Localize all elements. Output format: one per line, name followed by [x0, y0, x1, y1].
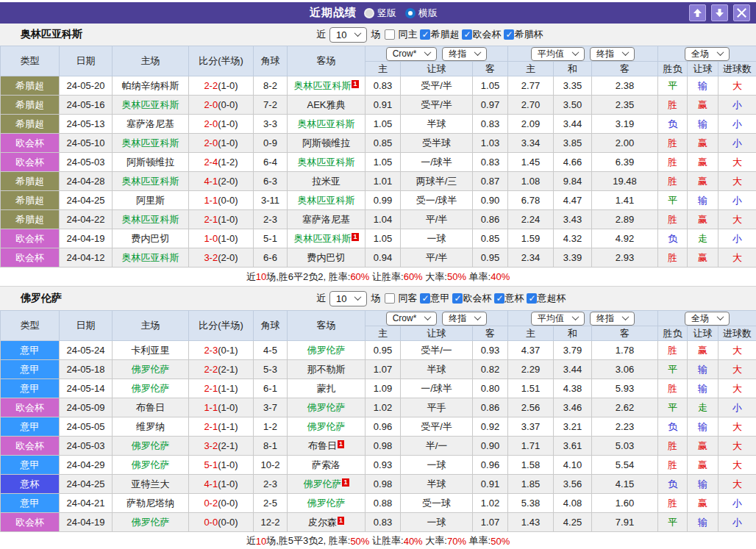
handicap-result: 输 [688, 417, 718, 437]
match-date: 24-04-19 [60, 229, 113, 248]
match-count-select[interactable]: 10 [329, 291, 367, 306]
asian-away-odds: 0.93 [473, 341, 508, 360]
final-odds-select-2[interactable]: 终指 [590, 312, 635, 326]
handicap-result: 输 [688, 360, 718, 379]
league-checkbox[interactable]: ✓ [527, 293, 537, 304]
asian-home-odds: 0.98 [365, 475, 401, 494]
league-checkbox[interactable]: ✓ [494, 293, 504, 304]
league-type-badge: 希腊超 [1, 76, 60, 96]
match-result: 胜 [658, 134, 688, 153]
euro-away-odds: 1.41 [592, 191, 658, 210]
full-match-select[interactable]: 全场 [685, 47, 730, 61]
final-odds-select[interactable]: 终指 [442, 312, 487, 326]
corner-count: 6-4 [254, 153, 288, 172]
away-team: 佛罗伦萨1 [288, 475, 365, 494]
match-result: 平 [658, 513, 688, 532]
asian-home-odds: 0.94 [365, 248, 401, 268]
same-venue-checkbox[interactable] [385, 29, 395, 40]
bookmaker-select[interactable]: Crow* [386, 312, 438, 326]
sub-column-header: 主 [365, 326, 401, 341]
card-mark: 1 [342, 478, 349, 487]
euro-home-odds: 2.24 [508, 210, 554, 229]
sub-column-header: 和 [554, 62, 592, 76]
vertical-view-label: 竖版 [377, 7, 396, 20]
away-team: AEK雅典 [288, 96, 365, 115]
match-date: 24-04-25 [60, 475, 113, 494]
league-type-badge: 意甲 [1, 494, 60, 513]
full-match-select[interactable]: 全场 [685, 312, 730, 326]
euro-home-odds: 1.08 [508, 172, 554, 191]
goals-result: 大 [718, 153, 756, 172]
horizontal-view-radio[interactable] [405, 8, 416, 18]
sub-column-header: 进球数 [718, 62, 756, 76]
close-button[interactable] [733, 4, 750, 21]
corner-count: 6-6 [254, 248, 288, 268]
asian-home-odds: 0.95 [365, 341, 401, 360]
league-checkbox[interactable]: ✓ [462, 29, 472, 40]
vertical-view-radio[interactable] [364, 8, 374, 18]
league-label: 欧会杯 [463, 292, 491, 305]
euro-home-odds: 3.34 [508, 134, 554, 153]
match-count-select[interactable]: 10 [329, 27, 367, 43]
away-team: 阿斯顿维拉 [288, 134, 365, 153]
final-odds-select-2[interactable]: 终指 [590, 47, 635, 61]
score: 1-1(0-0) [189, 191, 254, 210]
home-team: 佛罗伦萨 [113, 360, 189, 379]
asian-home-odds: 1.04 [365, 210, 401, 229]
asian-home-odds: 0.85 [365, 134, 401, 153]
league-checkbox[interactable]: ✓ [504, 29, 514, 40]
chevron-down-icon [717, 49, 724, 56]
asian-home-odds: 0.88 [365, 494, 401, 513]
match-result: 平 [658, 76, 688, 96]
sub-column-header: 胜负 [658, 326, 688, 341]
euro-home-odds: 1.51 [508, 379, 554, 398]
asian-home-odds: 0.99 [365, 191, 401, 210]
card-mark: 1 [338, 517, 344, 525]
match-date: 24-04-19 [60, 513, 113, 532]
score: 3-2(2-0) [189, 248, 254, 268]
match-result: 平 [658, 360, 688, 379]
match-row: 欧会杯24-05-10奥林匹亚科斯2-0(1-0)0-9阿斯顿维拉0.85受半球… [1, 134, 756, 153]
section-header: 佛罗伦萨近10场同客✓意甲✓欧会杯✓意杯✓意超杯 [0, 287, 756, 310]
up-arrow-button[interactable] [689, 4, 706, 21]
handicap-result: 赢 [688, 210, 718, 229]
match-result: 胜 [658, 379, 688, 398]
bookmaker-select[interactable]: Crow* [386, 47, 438, 61]
chevron-down-icon [622, 313, 630, 320]
chevron-down-icon [622, 49, 630, 56]
match-date: 24-04-21 [60, 494, 113, 513]
league-checkbox[interactable]: ✓ [420, 29, 430, 40]
match-result: 胜 [658, 96, 688, 115]
league-type-badge: 希腊超 [1, 115, 60, 134]
asian-away-odds: 0.83 [473, 153, 508, 172]
handicap: 受平/半 [401, 76, 473, 96]
title-bar: 近期战绩 竖版 横版 [0, 2, 756, 24]
average-select[interactable]: 平均值 [531, 312, 585, 326]
asian-away-odds: 0.83 [473, 115, 508, 134]
goals-result: 大 [718, 360, 756, 379]
home-team: 佛罗伦萨 [113, 379, 189, 398]
asian-away-odds: 1.03 [473, 134, 508, 153]
euro-draw-odds: 4.25 [554, 513, 592, 532]
goals-result: 大 [718, 76, 756, 96]
league-checkbox[interactable]: ✓ [452, 293, 463, 304]
final-odds-select[interactable]: 终指 [442, 47, 487, 61]
match-date: 24-05-20 [60, 76, 113, 96]
euro-draw-odds: 4.47 [554, 191, 592, 210]
average-select[interactable]: 平均值 [531, 47, 585, 61]
goals-result: 小 [718, 398, 756, 417]
euro-home-odds: 5.38 [508, 494, 554, 513]
corner-count: 0-9 [254, 134, 288, 153]
handicap: 半/一 [401, 437, 473, 456]
sub-column-header: 进球数 [718, 326, 756, 341]
euro-draw-odds: 3.46 [554, 398, 592, 417]
league-checkbox[interactable]: ✓ [420, 293, 430, 304]
asian-away-odds: 0.85 [473, 229, 508, 248]
corner-count: 4-5 [254, 341, 288, 360]
corner-count: 2-5 [254, 494, 288, 513]
down-arrow-button[interactable] [711, 4, 728, 21]
same-venue-checkbox[interactable] [385, 293, 395, 304]
asian-away-odds: 0.96 [473, 456, 508, 475]
team-section: 奥林匹亚科斯近10场同主✓希腊超✓欧会杯✓希腊杯类型日期主场比分(半场)角球客场… [0, 24, 756, 287]
euro-away-odds: 19.48 [592, 172, 658, 191]
